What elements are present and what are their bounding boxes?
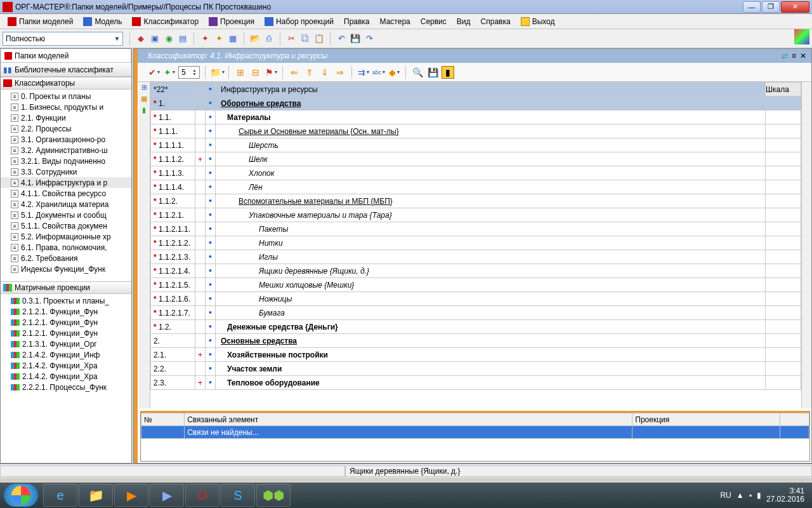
grid-row[interactable]: 2.1.+•Хозяйственные постройки bbox=[151, 348, 801, 362]
ct-add2-icon[interactable]: ⊟ bbox=[249, 66, 262, 79]
links-col-elem[interactable]: Связанный элемент bbox=[185, 413, 632, 426]
ct-left-icon[interactable]: ⇐ bbox=[288, 66, 301, 79]
tree2-item[interactable]: 2.1.4.2. Функции_Хра bbox=[1, 371, 131, 382]
hdr-icon-2[interactable]: ≡ bbox=[792, 51, 796, 60]
tree2-item[interactable]: 2.1.2.1. Функции_Фун bbox=[1, 306, 131, 317]
task-ie-icon[interactable]: e bbox=[43, 484, 77, 507]
tb-undo-icon[interactable]: ↶ bbox=[336, 33, 347, 44]
tree1-item[interactable]: ≡4.2. Хранилища материа bbox=[1, 199, 131, 210]
tree1-item[interactable]: ≡6.1. Права, полномочия, bbox=[1, 242, 131, 253]
hdr-close-icon[interactable]: ✕ bbox=[800, 51, 806, 60]
grid-row[interactable]: * 1.1.2.1.2.•Нитки bbox=[151, 236, 801, 250]
tray-lang[interactable]: RU bbox=[720, 491, 731, 500]
grid-row[interactable]: * 1.1.2.1.4.•Ящики деревянные {Ящики, д.… bbox=[151, 264, 801, 278]
tray-net-icon[interactable]: ▪ bbox=[749, 491, 752, 500]
ct-link-icon[interactable]: ⇉ bbox=[357, 66, 370, 79]
ct-save-icon[interactable]: 💾 bbox=[426, 66, 439, 79]
menu-model[interactable]: Модель bbox=[79, 16, 126, 27]
grid-row[interactable]: * 1.1.2.•Вспомогательные материалы и МБП… bbox=[151, 194, 801, 208]
menu-classifier[interactable]: Классификатор bbox=[128, 16, 202, 27]
menu-projection[interactable]: Проекция bbox=[205, 16, 258, 27]
ct-diamond-icon[interactable]: ◆ bbox=[388, 66, 400, 79]
tree1-item[interactable]: ≡1. Бизнесы, продукты и bbox=[1, 102, 131, 112]
grid-row[interactable]: * 1.1.1.3.•Хлопок bbox=[151, 166, 801, 180]
filter-combo[interactable]: Полностью▼ bbox=[3, 32, 123, 46]
tb-redo-icon[interactable]: ↷ bbox=[363, 33, 375, 44]
ct-right-icon[interactable]: ⇒ bbox=[334, 66, 346, 79]
grid-scrollbar[interactable] bbox=[801, 82, 811, 408]
tree1-item[interactable]: ≡5.1. Документы и сообщ bbox=[1, 210, 131, 220]
grid-row[interactable]: *22*•Инфраструктура и ресурсыШкала bbox=[151, 83, 801, 97]
tb-icon-4[interactable]: ▤ bbox=[177, 33, 188, 44]
tree1-item[interactable]: ≡Индексы Функции_Функ bbox=[1, 264, 131, 274]
grid-row[interactable]: 2.3.+•Тепловое оборудование bbox=[151, 376, 801, 390]
ct-up-icon[interactable]: ⇑ bbox=[303, 66, 316, 79]
tree2-item[interactable]: 2.1.2.1. Функции_Фун bbox=[1, 317, 131, 328]
grid-row[interactable]: 2.•Основные средства bbox=[151, 334, 801, 348]
start-button[interactable] bbox=[4, 484, 38, 507]
grid-row[interactable]: * 1.1.1.•Сырье и Основные материалы {Осн… bbox=[151, 124, 801, 138]
menu-edit[interactable]: Правка bbox=[340, 16, 374, 27]
tree2-item[interactable]: 2.1.2.1. Функции_Фун bbox=[1, 328, 131, 338]
ct-exit-icon[interactable]: ▮ bbox=[442, 66, 454, 79]
tb-icon-7[interactable]: ▦ bbox=[227, 33, 239, 44]
task-app1-icon[interactable]: ▶ bbox=[150, 484, 184, 507]
level-spinner[interactable]: 5▲▼ bbox=[178, 66, 200, 79]
grid-row[interactable]: * 1.1.2.1.•Упаковочные материалы и тара … bbox=[151, 208, 801, 222]
grid-row[interactable]: * 1.1.1.1.•Шерсть bbox=[151, 138, 801, 152]
ct-abc-icon[interactable]: abc bbox=[372, 66, 385, 79]
maximize-button[interactable]: ❐ bbox=[762, 1, 780, 13]
tree1-item[interactable]: ≡2.2. Процессы bbox=[1, 123, 131, 134]
tb-icon-1[interactable]: ◆ bbox=[135, 33, 147, 44]
tree1-item[interactable]: ≡2.1. Функции bbox=[1, 112, 131, 123]
tree1-item[interactable]: ≡3.1. Организационно-ро bbox=[1, 134, 131, 145]
tree2-item[interactable]: 0.3.1. Проекты и планы_ bbox=[1, 295, 131, 306]
tree1-item[interactable]: ≡3.2. Административно-ш bbox=[1, 145, 131, 156]
task-explorer-icon[interactable]: 📁 bbox=[79, 484, 113, 507]
grid-row[interactable]: 2.2.•Участок земли bbox=[151, 362, 801, 376]
grid-row[interactable]: * 1.1.2.1.7.•Бумага bbox=[151, 306, 801, 320]
task-media-icon[interactable]: ▶ bbox=[114, 484, 148, 507]
tray-clock[interactable]: 3:41 27.02.2016 bbox=[766, 487, 804, 504]
tree1-item[interactable]: ≡3.2.1. Виды подчиненно bbox=[1, 156, 131, 166]
ct-down-icon[interactable]: ⇓ bbox=[318, 66, 331, 79]
sidebar-tab-lib[interactable]: ▮▮Библиотечные классификат bbox=[1, 63, 131, 77]
minimize-button[interactable]: — bbox=[743, 1, 761, 13]
links-empty-row[interactable]: Связи не найдены... bbox=[141, 426, 809, 439]
menu-view[interactable]: Вид bbox=[453, 16, 475, 27]
task-skype-icon[interactable]: S bbox=[221, 484, 255, 507]
grid-row[interactable]: * 1.1.•Материалы bbox=[151, 110, 801, 124]
grid-row[interactable]: * 1.1.2.1.1.•Пакеты bbox=[151, 222, 801, 236]
tree1-item[interactable]: ≡6.2. Требования bbox=[1, 253, 131, 264]
tb-icon-2[interactable]: ▣ bbox=[149, 33, 160, 44]
tb-cut-icon[interactable]: ✂ bbox=[285, 33, 297, 44]
menu-folders[interactable]: Папки моделей bbox=[4, 16, 77, 27]
task-opera-icon[interactable]: O bbox=[185, 484, 219, 507]
sidebar-tab-folders[interactable]: Папки моделей bbox=[1, 50, 131, 62]
tree2-item[interactable]: 2.2.2.1. Процессы_Функ bbox=[1, 382, 131, 392]
task-orgmaster-icon[interactable]: ⬢⬢ bbox=[256, 484, 291, 507]
menu-projectionset[interactable]: Набор проекций bbox=[261, 16, 337, 27]
tree1-item[interactable]: ≡3.3. Сотрудники bbox=[1, 166, 131, 177]
tb-icon-3[interactable]: ◉ bbox=[163, 33, 174, 44]
tree1-item[interactable]: ≡4.1.1. Свойства ресурсо bbox=[1, 188, 131, 199]
grid-row[interactable]: * 1.1.2.1.5.•Мешки холщовые {Мешки} bbox=[151, 278, 801, 292]
ct-check-icon[interactable]: ✔ bbox=[148, 66, 160, 79]
tree2-item[interactable]: 2.1.4.2. Функции_Инф bbox=[1, 349, 131, 360]
gutter-icon-1[interactable]: ⊞ bbox=[139, 83, 149, 95]
tree2-item[interactable]: 2.1.3.1. Функции_Орг bbox=[1, 338, 131, 349]
grid-row[interactable]: * 1.1.1.2.+•Шелк bbox=[151, 152, 801, 166]
gutter-icon-3[interactable]: ▮ bbox=[139, 106, 149, 117]
tb-icon-9[interactable]: ⎙ bbox=[263, 33, 275, 44]
grid-row[interactable]: * 1.1.2.1.3.•Иглы bbox=[151, 250, 801, 264]
section-projections[interactable]: Матричные проекции bbox=[1, 281, 131, 294]
tree2-item[interactable]: 2.1.4.2. Функции_Хра bbox=[1, 360, 131, 371]
tray-flag-icon[interactable]: ▲ bbox=[737, 491, 744, 500]
system-tray[interactable]: RU ▲ ▪ ▮ 3:41 27.02.2016 bbox=[720, 487, 808, 504]
tree1-item[interactable]: ≡0. Проекты и планы bbox=[1, 91, 131, 102]
ct-star-icon[interactable]: ✦ bbox=[163, 66, 176, 79]
tb-icon-6[interactable]: ✦ bbox=[213, 33, 225, 44]
tree1-item[interactable]: ≡5.1.1. Свойства докумен bbox=[1, 220, 131, 231]
ct-add-icon[interactable]: ⊞ bbox=[234, 66, 247, 79]
links-col-num[interactable]: № bbox=[141, 413, 185, 426]
